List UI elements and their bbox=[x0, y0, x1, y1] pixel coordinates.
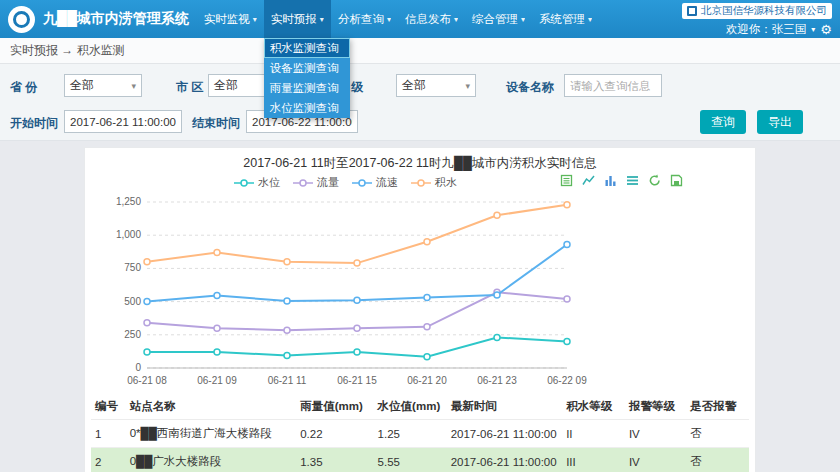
table-header-cell: 报警等级 bbox=[625, 394, 686, 420]
stack-icon[interactable] bbox=[625, 173, 639, 187]
legend-label: 流速 bbox=[376, 175, 398, 190]
county-select[interactable]: 全部 ▾ bbox=[396, 74, 476, 97]
device-name-input[interactable] bbox=[564, 74, 662, 97]
nav-item-label: 分析查询 bbox=[338, 12, 384, 27]
chart-title: 2017-06-21 11时至2017-06-22 11时九██城市内涝积水实时… bbox=[85, 155, 755, 172]
chevron-down-icon: ▾ bbox=[811, 25, 815, 34]
nav-item-2[interactable]: 实时预报▾积水监测查询设备监测查询雨量监测查询水位监测查询 bbox=[264, 0, 331, 38]
table-body: 10*██西南街道广海大楼路段0.221.252017-06-21 11:00:… bbox=[91, 420, 749, 472]
legend-label: 流量 bbox=[317, 175, 339, 190]
nav-item-5[interactable]: 综合管理▾ bbox=[465, 0, 532, 38]
table-cell: 2017-06-21 11:00:00 bbox=[447, 448, 562, 472]
chevron-down-icon: ▾ bbox=[465, 81, 470, 91]
table-cell: II bbox=[562, 420, 625, 448]
chevron-down-icon: ▾ bbox=[320, 15, 324, 24]
nav-item-label: 实时预报 bbox=[271, 12, 317, 27]
menu-item-1[interactable]: 积水监测查询 bbox=[264, 38, 350, 58]
settings-gear-icon[interactable]: ⚙ bbox=[820, 22, 832, 37]
bar-chart-icon[interactable] bbox=[603, 173, 617, 187]
nav-item-label: 系统管理 bbox=[539, 12, 585, 27]
table-cell: 0██广水大楼路段 bbox=[126, 448, 297, 472]
legend-marker-icon bbox=[410, 178, 432, 188]
legend-item-4[interactable]: 积水 bbox=[410, 175, 457, 190]
data-view-icon[interactable] bbox=[559, 173, 573, 187]
province-select[interactable]: 全部 ▾ bbox=[64, 74, 142, 97]
table-header-cell: 雨量值(mm) bbox=[296, 394, 373, 420]
main-nav: 实时监视▾实时预报▾积水监测查询设备监测查询雨量监测查询水位监测查询分析查询▾信… bbox=[197, 0, 599, 38]
svg-text:06-21 09: 06-21 09 bbox=[197, 375, 237, 386]
table-header-cell: 最新时间 bbox=[447, 394, 562, 420]
province-select-value: 全部 bbox=[70, 77, 94, 94]
svg-text:0: 0 bbox=[135, 362, 141, 373]
nav-item-1[interactable]: 实时监视▾ bbox=[197, 0, 264, 38]
table-cell: 1 bbox=[91, 420, 126, 448]
legend-label: 水位 bbox=[258, 175, 280, 190]
chart-legend: 水位流量流速积水 bbox=[125, 175, 565, 190]
line-chart-icon[interactable] bbox=[581, 173, 595, 187]
svg-text:250: 250 bbox=[124, 329, 141, 340]
table-cell: 1.25 bbox=[374, 420, 447, 448]
table-header-row: 编号站点名称雨量值(mm)水位值(mm)最新时间积水等级报警等级是否报警 bbox=[91, 394, 749, 420]
company-badge: 北京国信华源科技有限公司 bbox=[682, 3, 832, 19]
table-cell: 否 bbox=[686, 420, 749, 448]
menu-item-2[interactable]: 设备监测查询 bbox=[264, 58, 350, 78]
menu-item-4[interactable]: 水位监测查询 bbox=[264, 98, 350, 118]
nav-item-3[interactable]: 分析查询▾ bbox=[331, 0, 398, 38]
svg-text:1,250: 1,250 bbox=[116, 196, 141, 207]
legend-marker-icon bbox=[292, 178, 314, 188]
legend-marker-icon bbox=[351, 178, 373, 188]
chart-toolbox bbox=[559, 173, 683, 187]
legend-item-3[interactable]: 流速 bbox=[351, 175, 398, 190]
table-cell: 5.55 bbox=[374, 448, 447, 472]
save-icon[interactable] bbox=[669, 173, 683, 187]
export-button[interactable]: 导出 bbox=[757, 110, 803, 134]
user-menu[interactable]: 欢迎你：张三国 ▾ ⚙ bbox=[726, 22, 832, 37]
header: 九██城市内涝管理系统 实时监视▾实时预报▾积水监测查询设备监测查询雨量监测查询… bbox=[0, 0, 840, 38]
nav-item-label: 信息发布 bbox=[405, 12, 451, 27]
end-time-label: 结束时间 bbox=[192, 115, 240, 132]
svg-text:06-21 15: 06-21 15 bbox=[337, 375, 377, 386]
city-select-value: 全部 bbox=[214, 77, 238, 94]
svg-text:06-22 09: 06-22 09 bbox=[547, 375, 587, 386]
chevron-down-icon: ▾ bbox=[454, 15, 458, 24]
table-cell: 0*██西南街道广海大楼路段 bbox=[126, 420, 297, 448]
city-label: 市 区 bbox=[176, 79, 203, 96]
nav-item-6[interactable]: 系统管理▾ bbox=[532, 0, 599, 38]
menu-item-3[interactable]: 雨量监测查询 bbox=[264, 78, 350, 98]
table-cell: 2 bbox=[91, 448, 126, 472]
table-cell: IV bbox=[625, 420, 686, 448]
svg-text:500: 500 bbox=[124, 296, 141, 307]
legend-item-2[interactable]: 流量 bbox=[292, 175, 339, 190]
start-time-label: 开始时间 bbox=[10, 115, 58, 132]
table-header-cell: 是否报警 bbox=[686, 394, 749, 420]
breadcrumb: 实时预报 → 积水监测 bbox=[0, 38, 840, 64]
logo-ring bbox=[13, 11, 30, 28]
table-cell: 0.22 bbox=[296, 420, 373, 448]
header-right: 北京国信华源科技有限公司 欢迎你：张三国 ▾ ⚙ bbox=[674, 0, 840, 40]
nav-item-4[interactable]: 信息发布▾ bbox=[398, 0, 465, 38]
welcome-text: 欢迎你：张三国 bbox=[726, 22, 807, 37]
table-header-cell: 编号 bbox=[91, 394, 126, 420]
svg-text:06-21 11: 06-21 11 bbox=[268, 375, 307, 386]
nav-item-label: 综合管理 bbox=[472, 12, 518, 27]
chevron-down-icon: ▾ bbox=[387, 15, 391, 24]
table-row[interactable]: 20██广水大楼路段1.355.552017-06-21 11:00:00III… bbox=[91, 448, 749, 472]
data-table: 编号站点名称雨量值(mm)水位值(mm)最新时间积水等级报警等级是否报警 10*… bbox=[91, 394, 749, 472]
table-header-cell: 水位值(mm) bbox=[374, 394, 447, 420]
legend-item-1[interactable]: 水位 bbox=[233, 175, 280, 190]
filter-panel: 省 份 全部 ▾ 市 区 全部 ▾ 县 级 全部 ▾ 设备名称 开始时间 结束时… bbox=[0, 64, 840, 141]
svg-text:750: 750 bbox=[124, 262, 141, 273]
company-name: 北京国信华源科技有限公司 bbox=[701, 4, 827, 18]
device-name-label: 设备名称 bbox=[506, 79, 554, 96]
table-cell: III bbox=[562, 448, 625, 472]
table-cell: 否 bbox=[686, 448, 749, 472]
refresh-icon[interactable] bbox=[647, 173, 661, 187]
legend-label: 积水 bbox=[435, 175, 457, 190]
nav-item-label: 实时监视 bbox=[204, 12, 250, 27]
table-row[interactable]: 10*██西南街道广海大楼路段0.221.252017-06-21 11:00:… bbox=[91, 420, 749, 448]
query-button[interactable]: 查询 bbox=[700, 110, 746, 134]
start-time-input[interactable] bbox=[64, 110, 182, 133]
county-select-value: 全部 bbox=[402, 77, 426, 94]
app-title: 九██城市内涝管理系统 bbox=[43, 10, 189, 28]
table-header-cell: 站点名称 bbox=[126, 394, 297, 420]
